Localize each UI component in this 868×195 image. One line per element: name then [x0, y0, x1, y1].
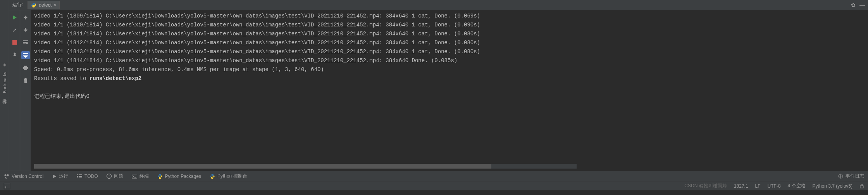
console-actions-gutter — [20, 10, 31, 171]
svg-rect-4 — [132, 174, 137, 179]
minimize-icon[interactable]: — — [859, 2, 865, 8]
lock-icon[interactable] — [859, 184, 864, 188]
python-packages-tab[interactable]: Python Packages — [157, 174, 201, 179]
bottom-tool-bar: Version Control 运行 TODO 问题 终端 Python Pac… — [0, 171, 868, 181]
todo-tab[interactable]: TODO — [77, 174, 98, 179]
down-icon[interactable] — [22, 26, 29, 33]
scrollbar-thumb[interactable] — [34, 164, 491, 169]
tool-windows-icon[interactable] — [4, 183, 10, 189]
soft-wrap-icon[interactable] — [22, 39, 29, 46]
console-line: video 1/1 (1813/1814) C:\Users\xieji\Dow… — [34, 47, 865, 56]
close-icon[interactable]: × — [54, 3, 56, 7]
console-line: video 1/1 (1810/1814) C:\Users\xieji\Dow… — [34, 21, 865, 30]
bookmarks-tab[interactable]: Bookmarks — [2, 72, 7, 93]
left-tool-stripe: ◈ Bookmarks ⧉ 结构 — [0, 0, 9, 171]
file-encoding[interactable]: UTF-8 — [768, 183, 781, 189]
run-label: 运行: — [12, 2, 23, 8]
results-path: runs\detect\exp2 — [90, 75, 141, 82]
caret-position[interactable]: 1827:1 — [734, 183, 748, 189]
console-line: video 1/1 (1811/1814) C:\Users\xieji\Dow… — [34, 30, 865, 38]
print-icon[interactable] — [22, 64, 29, 71]
terminal-tab[interactable]: 终端 — [132, 173, 149, 179]
python-console-tab[interactable]: Python 控制台 — [210, 173, 247, 179]
svg-rect-0 — [12, 40, 17, 45]
console-line: video 1/1 (1809/1814) C:\Users\xieji\Dow… — [34, 12, 865, 21]
gear-icon[interactable]: ✿ — [851, 2, 856, 8]
run-config-tab[interactable]: detect × — [28, 1, 60, 9]
structure-icon: ⧉ — [3, 98, 6, 103]
problems-tab[interactable]: 问题 — [107, 173, 123, 179]
bookmark-icon: ◈ — [3, 62, 6, 67]
console-line — [34, 83, 865, 92]
indent-info[interactable]: 4 个空格 — [788, 183, 806, 189]
console-exit-line: 进程已结束,退出代码0 — [34, 92, 865, 101]
event-log-tab[interactable]: 事件日志 — [838, 173, 864, 179]
version-control-tab[interactable]: Version Control — [4, 174, 43, 179]
tab-label: detect — [39, 2, 52, 8]
svg-rect-6 — [860, 186, 863, 188]
pin-icon[interactable] — [11, 51, 18, 58]
horizontal-scrollbar[interactable] — [34, 164, 577, 169]
trash-icon[interactable] — [22, 77, 29, 84]
python-icon — [31, 2, 36, 8]
interpreter-info[interactable]: Python 3.7 (yolov5) — [813, 183, 852, 189]
run-tab[interactable]: 运行 — [52, 173, 68, 179]
run-panel-header: 运行: detect × ✿ — — [9, 0, 868, 10]
svg-rect-2 — [108, 175, 109, 176]
console-line: video 1/1 (1812/1814) C:\Users\xieji\Dow… — [34, 38, 865, 47]
console-line: video 1/1 (1814/1814) C:\Users\xieji\Dow… — [34, 56, 865, 65]
rerun-icon[interactable] — [11, 14, 18, 21]
svg-rect-3 — [108, 177, 109, 178]
console-output[interactable]: video 1/1 (1809/1814) C:\Users\xieji\Dow… — [31, 10, 868, 171]
run-actions-gutter — [9, 10, 20, 171]
status-bar: CSDN @她叫谢雨婷 1827:1 LF UTF-8 4 个空格 Python… — [0, 181, 868, 190]
console-line: Results saved to runs\detect\exp2 — [34, 74, 865, 83]
up-icon[interactable] — [22, 14, 29, 21]
watermark: CSDN @她叫谢雨婷 — [684, 183, 727, 189]
console-line: Speed: 0.8ms pre-process, 81.6ms inferen… — [34, 65, 865, 74]
scroll-end-icon[interactable] — [21, 51, 30, 59]
line-separator[interactable]: LF — [755, 183, 761, 189]
stop-icon[interactable] — [11, 39, 18, 46]
wrench-icon[interactable] — [11, 26, 18, 33]
